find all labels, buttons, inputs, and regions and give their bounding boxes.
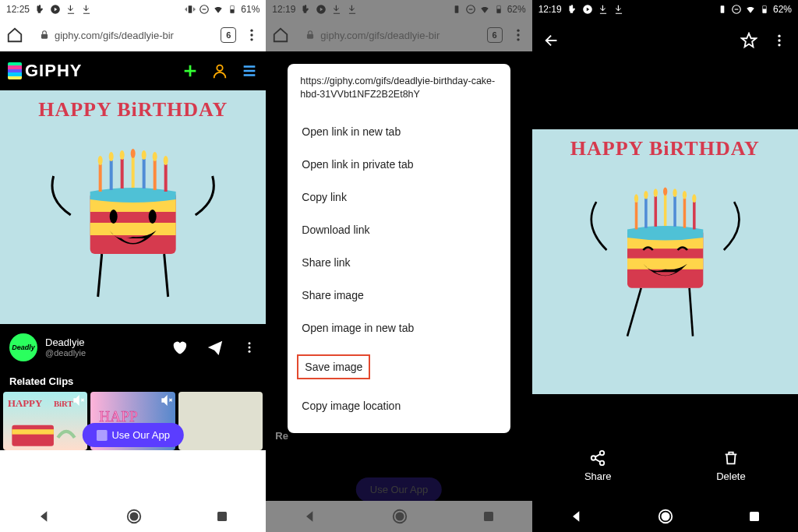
- clip-thumbnail[interactable]: HAPPYBiRT: [3, 392, 87, 450]
- svg-point-49: [517, 33, 519, 36]
- battery-icon: [493, 4, 504, 15]
- home-icon[interactable]: [6, 26, 23, 44]
- svg-point-48: [517, 30, 519, 32]
- context-menu-item[interactable]: Download link: [300, 213, 497, 246]
- gif-caption: HAPPY BiRTHDAY: [38, 98, 228, 122]
- svg-rect-41: [217, 512, 227, 521]
- avatar[interactable]: Deadly: [9, 333, 37, 361]
- share-icon: [589, 449, 606, 467]
- svg-point-59: [778, 35, 780, 37]
- svg-point-9: [217, 65, 223, 71]
- related-clips-label: Related Clips: [0, 371, 266, 392]
- kebab-menu-icon[interactable]: [244, 27, 260, 43]
- download-icon: [613, 4, 624, 15]
- nav-home-icon[interactable]: [391, 508, 408, 525]
- gif-image[interactable]: HAPPY BiRTHDAY: [532, 129, 798, 394]
- browser-bar: giphy.com/gifs/deadlyie-bir 6: [0, 19, 266, 51]
- plus-icon[interactable]: [182, 62, 199, 79]
- back-arrow-icon[interactable]: [543, 32, 560, 49]
- context-menu-item[interactable]: Share image: [300, 279, 497, 312]
- lock-icon: [305, 30, 316, 41]
- giphy-logo-mark: [8, 62, 22, 79]
- viewer-toolbar: [532, 22, 798, 59]
- context-menu-item[interactable]: Copy link: [300, 181, 497, 213]
- svg-rect-47: [307, 34, 313, 39]
- trash-icon: [722, 449, 740, 467]
- svg-point-20: [131, 149, 136, 158]
- kebab-menu-icon[interactable]: [242, 339, 256, 356]
- svg-rect-64: [627, 259, 703, 270]
- svg-point-24: [153, 152, 157, 161]
- svg-point-28: [149, 210, 157, 224]
- address-bar[interactable]: giphy.com/gifs/deadlyie-bir: [297, 26, 478, 44]
- context-menu-item[interactable]: Open link in new tab: [300, 115, 497, 148]
- hand-icon: [300, 4, 311, 15]
- share-button[interactable]: Share: [584, 449, 612, 482]
- svg-rect-5: [41, 34, 48, 39]
- dnd-icon: [199, 4, 210, 15]
- vibrate-icon: [717, 4, 728, 15]
- cake-illustration: [532, 160, 798, 340]
- svg-point-7: [251, 33, 253, 36]
- nav-back-icon[interactable]: [569, 509, 584, 524]
- hamburger-icon[interactable]: [241, 62, 258, 79]
- send-icon[interactable]: [207, 339, 224, 356]
- gif-image[interactable]: HAPPY BiRTHDAY: [0, 90, 266, 324]
- svg-rect-38: [96, 430, 107, 441]
- url-text: giphy.com/gifs/deadlyie-bir: [320, 30, 440, 41]
- giphy-brand-text: GIPHY: [25, 61, 82, 81]
- nav-back-icon[interactable]: [37, 509, 52, 524]
- svg-rect-84: [750, 512, 759, 521]
- user-names[interactable]: Deadlyie @deadlyie: [45, 336, 86, 359]
- nav-recent-icon[interactable]: [482, 509, 496, 523]
- hand-icon: [567, 4, 577, 15]
- svg-point-40: [130, 513, 137, 520]
- download-icon: [65, 4, 76, 15]
- lock-icon: [39, 30, 50, 41]
- clip-thumbnail[interactable]: [178, 392, 263, 450]
- giphy-mark-icon: [96, 430, 107, 441]
- nav-back-icon[interactable]: [302, 509, 318, 524]
- cake-illustration: [0, 122, 266, 301]
- nav-home-icon[interactable]: [657, 508, 674, 525]
- svg-rect-4: [231, 9, 235, 13]
- svg-point-72: [663, 188, 667, 196]
- svg-point-18: [120, 150, 125, 160]
- context-menu: https://giphy.com/gifs/deadlyie-birthday…: [288, 64, 510, 433]
- heart-icon[interactable]: [171, 339, 188, 356]
- kebab-menu-icon[interactable]: [510, 27, 526, 43]
- dnd-icon: [731, 4, 742, 15]
- tab-count[interactable]: 6: [487, 27, 503, 43]
- svg-point-74: [673, 188, 676, 197]
- clips-row: Use Our App: [266, 446, 531, 505]
- delete-button[interactable]: Delete: [716, 449, 746, 482]
- nav-recent-icon[interactable]: [747, 509, 761, 523]
- svg-point-68: [644, 191, 648, 199]
- kebab-menu-icon[interactable]: [772, 33, 787, 48]
- svg-rect-58: [763, 9, 767, 12]
- giphy-header: GIPHY: [0, 51, 266, 90]
- context-menu-item[interactable]: Open link in private tab: [300, 148, 497, 181]
- giphy-logo[interactable]: GIPHY: [8, 61, 82, 81]
- context-menu-item[interactable]: Share link: [300, 246, 497, 279]
- gif-caption: HAPPY BiRTHDAY: [570, 137, 760, 160]
- user-icon[interactable]: [211, 62, 228, 79]
- tab-count[interactable]: 6: [221, 27, 236, 43]
- use-app-button[interactable]: Use Our App: [356, 477, 442, 502]
- svg-rect-43: [454, 5, 458, 12]
- home-icon[interactable]: [272, 26, 289, 44]
- use-app-button[interactable]: Use Our App: [82, 423, 183, 447]
- nav-recent-icon[interactable]: [215, 509, 229, 523]
- context-menu-item[interactable]: Copy image location: [300, 389, 497, 422]
- star-icon[interactable]: [740, 32, 757, 49]
- svg-rect-46: [496, 9, 500, 12]
- nav-home-icon[interactable]: [125, 508, 143, 525]
- svg-point-81: [600, 461, 605, 466]
- battery-icon: [227, 4, 238, 15]
- svg-point-76: [682, 191, 686, 199]
- context-menu-item[interactable]: Save image: [300, 344, 497, 389]
- context-menu-item[interactable]: Open image in new tab: [300, 312, 497, 344]
- svg-point-61: [778, 44, 780, 46]
- url-text: giphy.com/gifs/deadlyie-bir: [55, 30, 174, 41]
- address-bar[interactable]: giphy.com/gifs/deadlyie-bir: [31, 26, 213, 44]
